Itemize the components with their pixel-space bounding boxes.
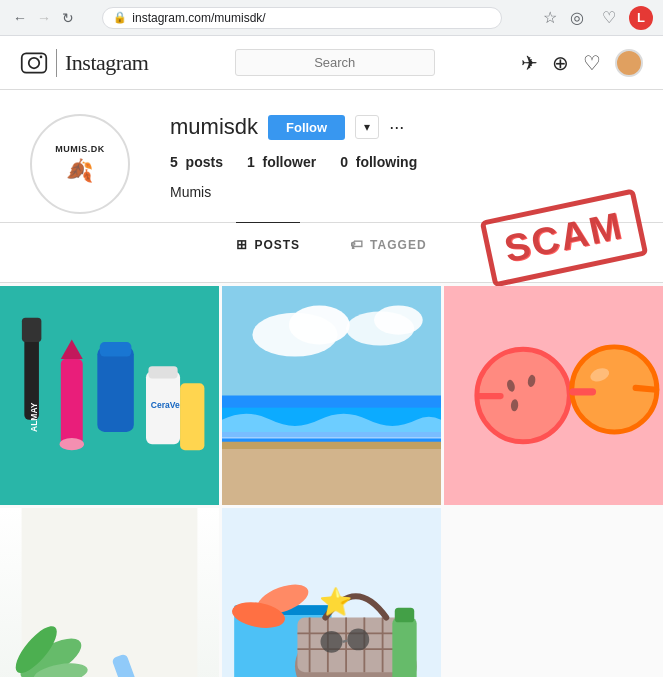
heart-nav-icon[interactable]: ♡: [583, 51, 601, 75]
svg-rect-6: [61, 359, 83, 444]
profile-info: mumisdk Follow ▾ ··· 5 posts 1 follower: [170, 114, 633, 200]
svg-rect-54: [395, 608, 414, 623]
grid-item-2[interactable]: [222, 286, 441, 505]
svg-text:ALMAY: ALMAY: [28, 402, 38, 432]
sunglasses-image: [444, 286, 663, 505]
posts-stat: 5 posts: [170, 154, 223, 170]
scam-stamp: SCAM: [480, 188, 649, 287]
compose-icon[interactable]: ✈: [521, 51, 538, 75]
forward-button[interactable]: →: [34, 8, 54, 28]
svg-rect-0: [22, 53, 47, 72]
browser-actions: ☆ ◎ ♡ L: [543, 6, 653, 30]
svg-rect-23: [222, 444, 441, 505]
grid-item-5[interactable]: ⭐: [222, 508, 441, 677]
svg-rect-9: [100, 342, 132, 357]
tab-tagged[interactable]: 🏷 TAGGED: [350, 222, 426, 266]
beach-svg: [222, 286, 441, 505]
avatar-emoji: 🍂: [66, 158, 94, 184]
avatar-text: MUMIS.DK: [55, 144, 105, 154]
username: mumisdk: [170, 114, 258, 140]
profile-top-row: mumisdk Follow ▾ ···: [170, 114, 633, 140]
browser-nav-buttons: ← → ↻: [10, 8, 78, 28]
tab-posts-label: POSTS: [254, 238, 300, 252]
instagram-nav: Instagram ✈ ⊕ ♡: [0, 36, 663, 90]
compass-nav-icon[interactable]: ⊕: [552, 51, 569, 75]
grid-icon: ⊞: [236, 237, 248, 252]
svg-rect-11: [148, 366, 177, 378]
compass-icon[interactable]: ◎: [565, 6, 589, 30]
follow-button[interactable]: Follow: [268, 115, 345, 140]
grid-item-4[interactable]: SUMMER WISHLIST: [0, 508, 219, 677]
instagram-page: Instagram ✈ ⊕ ♡ MUMIS.DK 🍂: [0, 36, 663, 677]
heart-icon[interactable]: ♡: [597, 6, 621, 30]
svg-point-58: [321, 631, 343, 653]
profile-inner: MUMIS.DK 🍂 mumisdk Follow ▾ ··· 5: [0, 114, 663, 214]
grid-item-3[interactable]: [444, 286, 663, 505]
svg-text:⭐: ⭐: [319, 586, 353, 618]
avatar-wrap: MUMIS.DK 🍂: [30, 114, 130, 214]
svg-text:CeraVe: CeraVe: [151, 400, 180, 410]
profile-relative-wrap: MUMIS.DK 🍂 mumisdk Follow ▾ ··· 5: [0, 114, 663, 214]
instagram-camera-icon: [20, 49, 48, 77]
grid-item-1[interactable]: CeraVe ALMAY: [0, 286, 219, 505]
tab-tagged-label: TAGGED: [370, 238, 426, 252]
tab-posts[interactable]: ⊞ POSTS: [236, 222, 300, 266]
summer-svg: [0, 508, 219, 677]
bookmark-icon[interactable]: ☆: [543, 8, 557, 27]
followers-stat[interactable]: 1 follower: [247, 154, 316, 170]
nav-actions: ✈ ⊕ ♡: [521, 49, 643, 77]
cosmetics-image: CeraVe ALMAY: [0, 286, 219, 505]
cosmetics-svg: CeraVe ALMAY: [0, 286, 219, 505]
svg-rect-13: [180, 383, 204, 450]
svg-line-60: [342, 641, 347, 642]
tag-icon: 🏷: [350, 237, 364, 252]
basket-image: ⭐: [222, 508, 441, 677]
followers-count: 1: [247, 154, 255, 170]
profile-section: MUMIS.DK 🍂 mumisdk Follow ▾ ··· 5: [0, 90, 663, 283]
svg-point-15: [60, 438, 84, 450]
posts-label: posts: [186, 154, 223, 170]
avatar: MUMIS.DK 🍂: [30, 114, 130, 214]
nav-user-avatar[interactable]: [615, 49, 643, 77]
following-stat[interactable]: 0 following: [340, 154, 417, 170]
address-bar[interactable]: 🔒 instagram.com/mumisdk/: [102, 7, 502, 29]
sunglasses-svg: [444, 286, 663, 505]
logo-area: Instagram: [20, 49, 148, 77]
nav-search-area: [164, 49, 505, 76]
svg-point-2: [40, 55, 43, 58]
posts-count: 5: [170, 154, 178, 170]
svg-rect-24: [222, 442, 441, 449]
svg-rect-53: [392, 618, 416, 678]
following-label: following: [356, 154, 417, 170]
svg-rect-28: [569, 388, 596, 395]
following-count: 0: [340, 154, 348, 170]
svg-point-18: [289, 305, 350, 344]
url-text: instagram.com/mumisdk/: [132, 11, 265, 25]
instagram-wordmark: Instagram: [65, 50, 148, 76]
photo-grid: CeraVe ALMAY: [0, 286, 663, 677]
refresh-button[interactable]: ↻: [58, 8, 78, 28]
svg-point-20: [374, 305, 423, 334]
svg-rect-8: [97, 347, 133, 432]
svg-point-59: [347, 628, 369, 650]
search-input[interactable]: [235, 49, 435, 76]
bio: Mumis: [170, 184, 633, 200]
svg-rect-16: [222, 286, 441, 408]
beach-image: [222, 286, 441, 505]
dropdown-button[interactable]: ▾: [355, 115, 379, 139]
summer-image: SUMMER WISHLIST: [0, 508, 219, 677]
followers-label: follower: [263, 154, 317, 170]
svg-rect-5: [22, 318, 41, 342]
back-button[interactable]: ←: [10, 8, 30, 28]
basket-svg: ⭐: [222, 508, 441, 677]
lock-icon: 🔒: [113, 11, 127, 24]
svg-rect-29: [477, 393, 504, 399]
more-options-button[interactable]: ···: [389, 117, 404, 138]
profile-stats: 5 posts 1 follower 0 following: [170, 154, 633, 170]
nav-divider: [56, 49, 57, 77]
user-profile-circle[interactable]: L: [629, 6, 653, 30]
scam-stamp-wrap: SCAM: [485, 204, 643, 272]
svg-point-1: [29, 57, 40, 68]
browser-chrome: ← → ↻ 🔒 instagram.com/mumisdk/ ☆ ◎ ♡ L: [0, 0, 663, 36]
